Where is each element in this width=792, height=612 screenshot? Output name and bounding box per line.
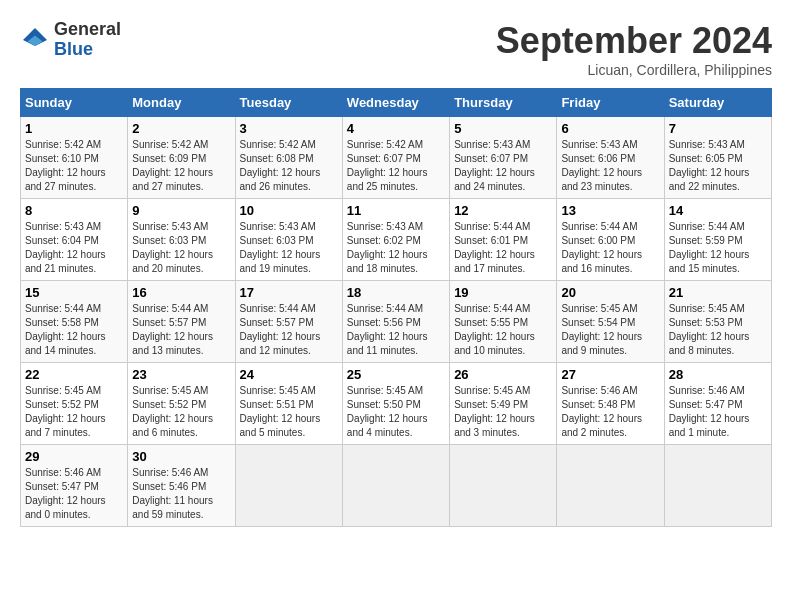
day-info: Sunrise: 5:42 AM Sunset: 6:07 PM Dayligh… [347,138,445,194]
day-number: 26 [454,367,552,382]
calendar-cell: 16Sunrise: 5:44 AM Sunset: 5:57 PM Dayli… [128,281,235,363]
day-info: Sunrise: 5:45 AM Sunset: 5:52 PM Dayligh… [25,384,123,440]
day-number: 29 [25,449,123,464]
calendar-cell: 13Sunrise: 5:44 AM Sunset: 6:00 PM Dayli… [557,199,664,281]
calendar-cell: 25Sunrise: 5:45 AM Sunset: 5:50 PM Dayli… [342,363,449,445]
day-number: 5 [454,121,552,136]
day-number: 13 [561,203,659,218]
calendar-cell: 7Sunrise: 5:43 AM Sunset: 6:05 PM Daylig… [664,117,771,199]
calendar-cell: 18Sunrise: 5:44 AM Sunset: 5:56 PM Dayli… [342,281,449,363]
day-info: Sunrise: 5:44 AM Sunset: 5:57 PM Dayligh… [240,302,338,358]
day-number: 7 [669,121,767,136]
week-row-3: 15Sunrise: 5:44 AM Sunset: 5:58 PM Dayli… [21,281,772,363]
calendar-cell: 3Sunrise: 5:42 AM Sunset: 6:08 PM Daylig… [235,117,342,199]
day-info: Sunrise: 5:43 AM Sunset: 6:07 PM Dayligh… [454,138,552,194]
calendar-cell: 22Sunrise: 5:45 AM Sunset: 5:52 PM Dayli… [21,363,128,445]
calendar-header-row: SundayMondayTuesdayWednesdayThursdayFrid… [21,89,772,117]
column-header-wednesday: Wednesday [342,89,449,117]
calendar-cell: 9Sunrise: 5:43 AM Sunset: 6:03 PM Daylig… [128,199,235,281]
day-info: Sunrise: 5:46 AM Sunset: 5:46 PM Dayligh… [132,466,230,522]
day-info: Sunrise: 5:44 AM Sunset: 6:00 PM Dayligh… [561,220,659,276]
column-header-saturday: Saturday [664,89,771,117]
page-header: General Blue September 2024 Licuan, Cord… [20,20,772,78]
day-number: 16 [132,285,230,300]
logo-blue-text: Blue [54,40,121,60]
calendar-cell [557,445,664,527]
location-text: Licuan, Cordillera, Philippines [496,62,772,78]
logo-icon [20,25,50,55]
calendar-cell: 26Sunrise: 5:45 AM Sunset: 5:49 PM Dayli… [450,363,557,445]
day-info: Sunrise: 5:44 AM Sunset: 5:57 PM Dayligh… [132,302,230,358]
day-number: 3 [240,121,338,136]
calendar-cell: 14Sunrise: 5:44 AM Sunset: 5:59 PM Dayli… [664,199,771,281]
calendar-cell: 20Sunrise: 5:45 AM Sunset: 5:54 PM Dayli… [557,281,664,363]
title-block: September 2024 Licuan, Cordillera, Phili… [496,20,772,78]
day-info: Sunrise: 5:44 AM Sunset: 6:01 PM Dayligh… [454,220,552,276]
calendar-cell: 12Sunrise: 5:44 AM Sunset: 6:01 PM Dayli… [450,199,557,281]
day-info: Sunrise: 5:46 AM Sunset: 5:47 PM Dayligh… [669,384,767,440]
day-info: Sunrise: 5:45 AM Sunset: 5:49 PM Dayligh… [454,384,552,440]
day-number: 21 [669,285,767,300]
calendar-cell: 24Sunrise: 5:45 AM Sunset: 5:51 PM Dayli… [235,363,342,445]
day-info: Sunrise: 5:46 AM Sunset: 5:47 PM Dayligh… [25,466,123,522]
day-number: 14 [669,203,767,218]
day-info: Sunrise: 5:44 AM Sunset: 5:55 PM Dayligh… [454,302,552,358]
calendar-cell: 15Sunrise: 5:44 AM Sunset: 5:58 PM Dayli… [21,281,128,363]
day-number: 10 [240,203,338,218]
day-info: Sunrise: 5:43 AM Sunset: 6:05 PM Dayligh… [669,138,767,194]
day-info: Sunrise: 5:44 AM Sunset: 5:58 PM Dayligh… [25,302,123,358]
calendar-cell: 21Sunrise: 5:45 AM Sunset: 5:53 PM Dayli… [664,281,771,363]
day-number: 8 [25,203,123,218]
day-number: 22 [25,367,123,382]
day-number: 6 [561,121,659,136]
day-info: Sunrise: 5:43 AM Sunset: 6:02 PM Dayligh… [347,220,445,276]
day-number: 2 [132,121,230,136]
day-number: 11 [347,203,445,218]
day-info: Sunrise: 5:43 AM Sunset: 6:06 PM Dayligh… [561,138,659,194]
calendar-cell: 30Sunrise: 5:46 AM Sunset: 5:46 PM Dayli… [128,445,235,527]
day-info: Sunrise: 5:43 AM Sunset: 6:03 PM Dayligh… [132,220,230,276]
calendar-table: SundayMondayTuesdayWednesdayThursdayFrid… [20,88,772,527]
calendar-cell: 11Sunrise: 5:43 AM Sunset: 6:02 PM Dayli… [342,199,449,281]
calendar-cell: 10Sunrise: 5:43 AM Sunset: 6:03 PM Dayli… [235,199,342,281]
day-info: Sunrise: 5:44 AM Sunset: 5:59 PM Dayligh… [669,220,767,276]
calendar-cell [235,445,342,527]
calendar-cell: 19Sunrise: 5:44 AM Sunset: 5:55 PM Dayli… [450,281,557,363]
day-info: Sunrise: 5:45 AM Sunset: 5:52 PM Dayligh… [132,384,230,440]
calendar-cell: 27Sunrise: 5:46 AM Sunset: 5:48 PM Dayli… [557,363,664,445]
day-info: Sunrise: 5:46 AM Sunset: 5:48 PM Dayligh… [561,384,659,440]
column-header-sunday: Sunday [21,89,128,117]
day-number: 18 [347,285,445,300]
calendar-cell: 29Sunrise: 5:46 AM Sunset: 5:47 PM Dayli… [21,445,128,527]
day-number: 30 [132,449,230,464]
calendar-cell: 8Sunrise: 5:43 AM Sunset: 6:04 PM Daylig… [21,199,128,281]
week-row-5: 29Sunrise: 5:46 AM Sunset: 5:47 PM Dayli… [21,445,772,527]
day-number: 4 [347,121,445,136]
logo: General Blue [20,20,121,60]
calendar-cell: 4Sunrise: 5:42 AM Sunset: 6:07 PM Daylig… [342,117,449,199]
day-number: 27 [561,367,659,382]
week-row-1: 1Sunrise: 5:42 AM Sunset: 6:10 PM Daylig… [21,117,772,199]
calendar-cell [450,445,557,527]
column-header-monday: Monday [128,89,235,117]
week-row-4: 22Sunrise: 5:45 AM Sunset: 5:52 PM Dayli… [21,363,772,445]
column-header-thursday: Thursday [450,89,557,117]
calendar-cell: 1Sunrise: 5:42 AM Sunset: 6:10 PM Daylig… [21,117,128,199]
day-number: 19 [454,285,552,300]
calendar-cell [664,445,771,527]
day-number: 20 [561,285,659,300]
calendar-cell: 2Sunrise: 5:42 AM Sunset: 6:09 PM Daylig… [128,117,235,199]
calendar-cell: 28Sunrise: 5:46 AM Sunset: 5:47 PM Dayli… [664,363,771,445]
day-info: Sunrise: 5:45 AM Sunset: 5:50 PM Dayligh… [347,384,445,440]
calendar-cell: 6Sunrise: 5:43 AM Sunset: 6:06 PM Daylig… [557,117,664,199]
day-info: Sunrise: 5:42 AM Sunset: 6:08 PM Dayligh… [240,138,338,194]
day-info: Sunrise: 5:42 AM Sunset: 6:10 PM Dayligh… [25,138,123,194]
day-number: 9 [132,203,230,218]
day-number: 12 [454,203,552,218]
calendar-cell: 17Sunrise: 5:44 AM Sunset: 5:57 PM Dayli… [235,281,342,363]
day-info: Sunrise: 5:45 AM Sunset: 5:53 PM Dayligh… [669,302,767,358]
logo-general-text: General [54,20,121,40]
day-info: Sunrise: 5:42 AM Sunset: 6:09 PM Dayligh… [132,138,230,194]
day-number: 15 [25,285,123,300]
month-title: September 2024 [496,20,772,62]
